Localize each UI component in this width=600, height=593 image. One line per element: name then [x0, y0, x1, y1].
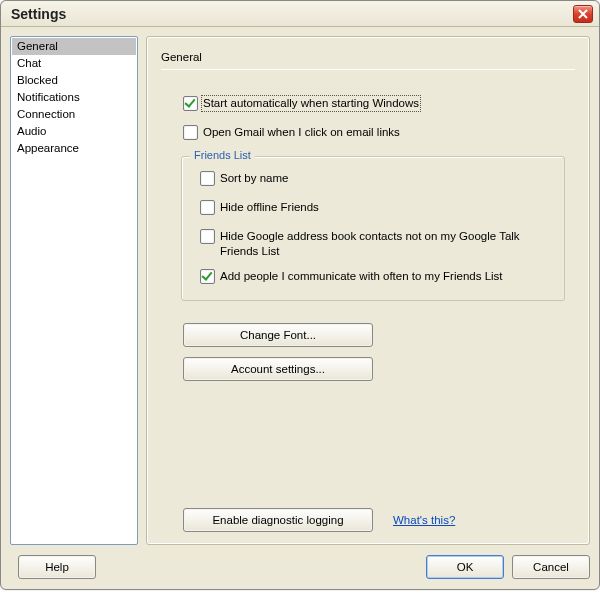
open-gmail-label: Open Gmail when I click on email links — [202, 125, 401, 140]
option-hide-addressbook: Hide Google address book contacts not on… — [200, 229, 554, 259]
titlebar: Settings — [1, 1, 599, 27]
option-sort-by-name: Sort by name — [200, 171, 554, 186]
add-often-checkbox[interactable] — [200, 269, 215, 284]
cancel-button[interactable]: Cancel — [512, 555, 590, 579]
window-title: Settings — [11, 6, 573, 22]
sidebar-item-label: General — [17, 40, 58, 52]
whats-this-link[interactable]: What's this? — [393, 514, 455, 526]
sidebar-item-label: Chat — [17, 57, 41, 69]
sidebar-item-connection[interactable]: Connection — [12, 106, 136, 123]
sidebar-item-label: Audio — [17, 125, 46, 137]
sidebar-item-label: Notifications — [17, 91, 80, 103]
sidebar-item-label: Appearance — [17, 142, 79, 154]
sidebar-item-label: Blocked — [17, 74, 58, 86]
start-auto-checkbox[interactable] — [183, 96, 198, 111]
change-font-button[interactable]: Change Font... — [183, 323, 373, 347]
footer: Help OK Cancel — [1, 551, 599, 589]
panel-divider — [161, 69, 575, 70]
add-often-label: Add people I communicate with often to m… — [219, 269, 504, 284]
help-button[interactable]: Help — [18, 555, 96, 579]
settings-window: Settings General Chat Blocked Notificati… — [0, 0, 600, 590]
hide-offline-label: Hide offline Friends — [219, 200, 320, 215]
option-hide-offline: Hide offline Friends — [200, 200, 554, 215]
option-start-auto: Start automatically when starting Window… — [183, 96, 575, 111]
sidebar-item-blocked[interactable]: Blocked — [12, 72, 136, 89]
start-auto-label: Start automatically when starting Window… — [202, 96, 420, 111]
friends-list-group: Friends List Sort by name Hide offline F… — [181, 156, 565, 301]
option-open-gmail: Open Gmail when I click on email links — [183, 125, 575, 140]
sidebar: General Chat Blocked Notifications Conne… — [10, 36, 138, 545]
ok-button[interactable]: OK — [426, 555, 504, 579]
sidebar-item-audio[interactable]: Audio — [12, 123, 136, 140]
diagnostic-row: Enable diagnostic logging What's this? — [183, 508, 575, 532]
sort-by-name-checkbox[interactable] — [200, 171, 215, 186]
sidebar-item-chat[interactable]: Chat — [12, 55, 136, 72]
panel-title: General — [161, 51, 575, 63]
account-settings-button[interactable]: Account settings... — [183, 357, 373, 381]
friends-list-legend: Friends List — [190, 149, 255, 161]
hide-addressbook-checkbox[interactable] — [200, 229, 215, 244]
settings-panel: General Start automatically when startin… — [146, 36, 590, 545]
hide-offline-checkbox[interactable] — [200, 200, 215, 215]
body: General Chat Blocked Notifications Conne… — [1, 27, 599, 551]
close-button[interactable] — [573, 5, 593, 23]
panel-spacer — [161, 391, 575, 508]
sidebar-item-appearance[interactable]: Appearance — [12, 140, 136, 157]
diagnostic-logging-button[interactable]: Enable diagnostic logging — [183, 508, 373, 532]
open-gmail-checkbox[interactable] — [183, 125, 198, 140]
sidebar-item-label: Connection — [17, 108, 75, 120]
hide-addressbook-label: Hide Google address book contacts not on… — [219, 229, 554, 259]
close-icon — [578, 9, 588, 19]
sidebar-item-notifications[interactable]: Notifications — [12, 89, 136, 106]
sidebar-item-general[interactable]: General — [12, 38, 136, 55]
option-add-often: Add people I communicate with often to m… — [200, 269, 554, 284]
sort-by-name-label: Sort by name — [219, 171, 289, 186]
